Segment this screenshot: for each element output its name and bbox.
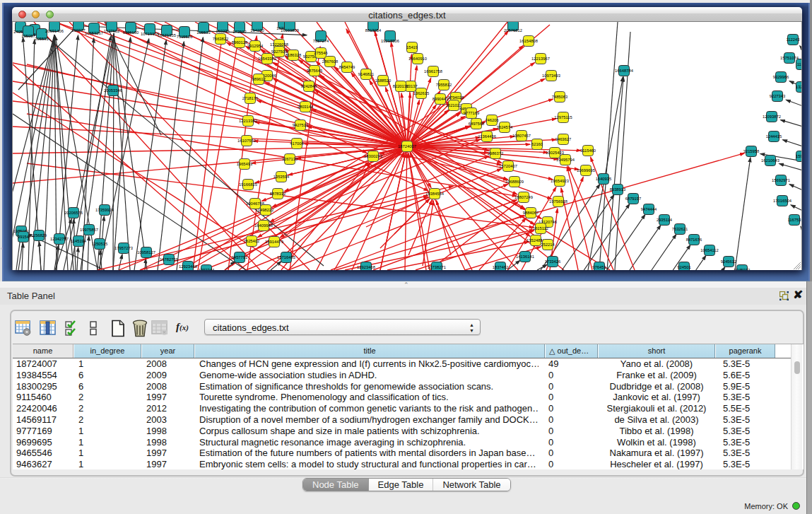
svg-text:18724007: 18724007 xyxy=(398,144,416,148)
svg-text:7515526: 7515526 xyxy=(177,35,193,39)
svg-text:9115460: 9115460 xyxy=(580,148,596,153)
svg-text:19218506: 19218506 xyxy=(381,39,399,43)
svg-text:19384554: 19384554 xyxy=(425,192,445,196)
svg-text:8938913: 8938913 xyxy=(610,187,626,192)
svg-text:924501: 924501 xyxy=(677,265,690,269)
svg-text:2935114: 2935114 xyxy=(657,218,673,222)
svg-text:9227343: 9227343 xyxy=(770,94,786,98)
svg-text:105533: 105533 xyxy=(196,30,210,35)
svg-text:1132: 1132 xyxy=(797,62,802,66)
svg-text:10688609: 10688609 xyxy=(505,180,524,184)
svg-text:1527602: 1527602 xyxy=(104,29,120,33)
svg-text:205591: 205591 xyxy=(35,37,48,41)
svg-text:9794028: 9794028 xyxy=(448,95,464,100)
svg-text:10973493: 10973493 xyxy=(542,74,560,78)
svg-text:10653267: 10653267 xyxy=(85,31,103,35)
svg-text:16648784: 16648784 xyxy=(615,69,634,73)
svg-text:9474444: 9474444 xyxy=(641,207,657,211)
svg-text:9146821: 9146821 xyxy=(358,72,375,76)
svg-text:12342757: 12342757 xyxy=(50,237,69,241)
svg-text:160235: 160235 xyxy=(216,29,229,33)
svg-text:1244415: 1244415 xyxy=(766,134,782,139)
svg-text:7955812: 7955812 xyxy=(436,83,452,87)
svg-text:9329966: 9329966 xyxy=(773,75,789,79)
svg-text:112243: 112243 xyxy=(787,37,800,42)
svg-text:12093872: 12093872 xyxy=(763,115,781,119)
svg-text:18807249: 18807249 xyxy=(514,195,533,199)
svg-text:15419: 15419 xyxy=(406,45,418,49)
svg-text:3624574: 3624574 xyxy=(497,125,513,129)
svg-text:2803144: 2803144 xyxy=(298,105,314,109)
svg-text:9245612: 9245612 xyxy=(721,259,737,264)
svg-text:16671355: 16671355 xyxy=(158,33,176,37)
svg-text:9457791: 9457791 xyxy=(232,255,248,259)
svg-text:21364436: 21364436 xyxy=(478,134,496,139)
svg-text:20876812: 20876812 xyxy=(504,28,522,33)
svg-text:8990443: 8990443 xyxy=(433,97,449,101)
svg-text:16640910: 16640910 xyxy=(408,57,427,61)
svg-text:17016504: 17016504 xyxy=(773,199,792,203)
svg-text:3215958: 3215958 xyxy=(743,149,760,153)
svg-text:16543382: 16543382 xyxy=(258,57,276,61)
svg-text:2718170: 2718170 xyxy=(242,96,259,100)
svg-text:16738271: 16738271 xyxy=(428,265,446,269)
svg-text:16154808: 16154808 xyxy=(519,39,538,43)
svg-text:1292344: 1292344 xyxy=(199,268,215,270)
svg-text:16409948: 16409948 xyxy=(254,223,273,228)
svg-text:20053346: 20053346 xyxy=(104,88,122,93)
svg-text:2867608: 2867608 xyxy=(322,59,339,64)
svg-text:1250515: 1250515 xyxy=(92,242,108,246)
svg-text:9427512: 9427512 xyxy=(293,123,309,127)
svg-text:39154: 39154 xyxy=(18,235,30,239)
svg-text:12213967: 12213967 xyxy=(531,57,550,61)
svg-text:10958127: 10958127 xyxy=(137,250,155,255)
svg-text:7632621: 7632621 xyxy=(672,227,688,231)
svg-text:417004: 417004 xyxy=(290,141,304,146)
svg-text:7857274: 7857274 xyxy=(313,39,329,43)
svg-text:3267130: 3267130 xyxy=(282,157,298,161)
svg-text:19654923: 19654923 xyxy=(551,179,569,183)
svg-text:7625402: 7625402 xyxy=(244,239,260,243)
svg-text:15720407: 15720407 xyxy=(499,164,517,168)
svg-text:1615112: 1615112 xyxy=(533,226,548,230)
svg-text:1145194: 1145194 xyxy=(71,239,87,243)
svg-text:9242848: 9242848 xyxy=(301,84,317,88)
svg-text:6966160: 6966160 xyxy=(123,30,139,35)
svg-text:1965493: 1965493 xyxy=(237,162,253,166)
svg-text:16782759: 16782759 xyxy=(160,257,178,262)
svg-text:13495794: 13495794 xyxy=(556,158,575,162)
svg-text:20691406: 20691406 xyxy=(45,29,64,33)
svg-text:8220132: 8220132 xyxy=(393,84,409,88)
svg-text:16107552: 16107552 xyxy=(237,139,256,143)
svg-text:116753: 116753 xyxy=(788,218,801,222)
svg-text:746206: 746206 xyxy=(485,118,498,122)
svg-text:194230: 194230 xyxy=(250,28,264,33)
svg-text:16210643: 16210643 xyxy=(761,158,779,163)
svg-text:8186328: 8186328 xyxy=(286,53,302,57)
svg-text:10807457: 10807457 xyxy=(512,134,531,138)
svg-text:18300273: 18300273 xyxy=(364,154,382,158)
svg-text:8471676: 8471676 xyxy=(686,238,702,242)
svg-text:12975115: 12975115 xyxy=(554,115,572,119)
svg-text:6879197: 6879197 xyxy=(625,197,642,201)
svg-text:275546: 275546 xyxy=(314,51,327,55)
svg-text:20206576: 20206576 xyxy=(64,211,83,215)
svg-text:8960128: 8960128 xyxy=(232,40,248,45)
svg-text:1156829: 1156829 xyxy=(31,233,47,238)
svg-text:62160: 62160 xyxy=(531,142,543,146)
svg-text:9463627: 9463627 xyxy=(555,137,572,141)
svg-text:8878332: 8878332 xyxy=(270,192,286,196)
svg-text:190377: 190377 xyxy=(71,28,85,33)
svg-text:17359924: 17359924 xyxy=(95,208,114,212)
svg-text:15692971: 15692971 xyxy=(772,178,790,182)
svg-text:16961758: 16961758 xyxy=(424,69,442,74)
svg-text:7485063: 7485063 xyxy=(552,95,568,99)
svg-text:9777169: 9777169 xyxy=(464,111,480,115)
svg-text:7663822: 7663822 xyxy=(213,37,229,41)
svg-text:1353594: 1353594 xyxy=(273,175,290,179)
svg-text:13218: 13218 xyxy=(796,85,802,89)
svg-text:15958: 15958 xyxy=(796,154,802,158)
svg-text:13226058: 13226058 xyxy=(270,42,288,47)
svg-text:10699695: 10699695 xyxy=(577,168,595,173)
svg-text:12923468: 12923468 xyxy=(357,265,375,269)
